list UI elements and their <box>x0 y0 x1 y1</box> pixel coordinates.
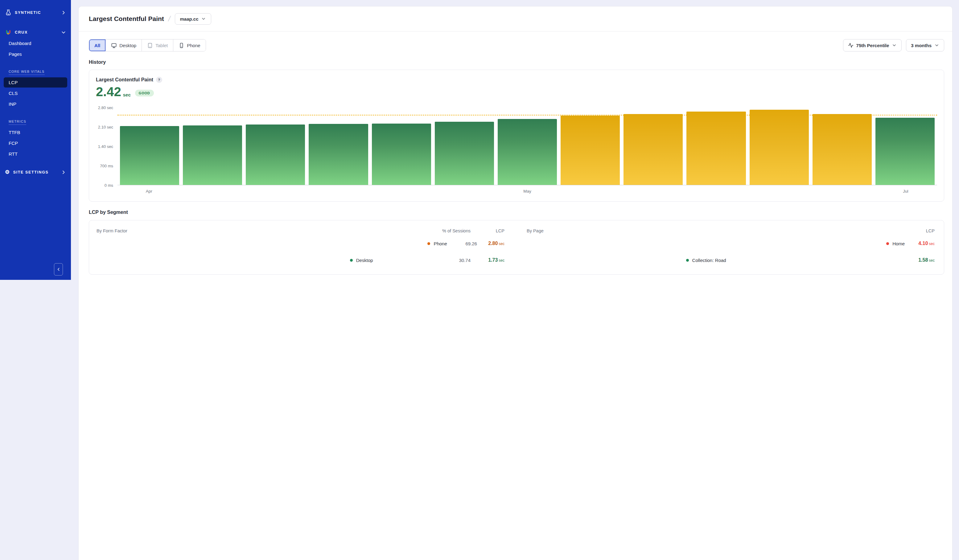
sidebar-group-crux[interactable]: CRUX <box>4 27 67 38</box>
sidebar-item-dashboard[interactable]: Dashboard <box>4 38 67 48</box>
history-bar[interactable] <box>120 126 179 185</box>
sidebar-item-pages[interactable]: Pages <box>4 49 67 59</box>
page-title: Largest Contentful Paint <box>89 15 164 22</box>
site-selector-value: maap.cc <box>180 16 199 22</box>
tab-label: Desktop <box>119 43 136 48</box>
device-filter-group: All Desktop Tablet Phone <box>89 39 206 51</box>
chevron-left-icon <box>56 267 61 272</box>
tab-desktop[interactable]: Desktop <box>105 40 142 51</box>
lcp-current-unit: sec <box>123 92 131 98</box>
history-bar[interactable] <box>309 124 368 185</box>
breadcrumb-separator: / <box>167 14 172 23</box>
history-bar[interactable] <box>435 122 480 185</box>
lcp-value: 1.73sec <box>471 257 480 263</box>
tab-label: Phone <box>187 43 200 48</box>
tablet-icon <box>147 43 153 48</box>
chart-x-axis: AprMayJul <box>118 185 480 197</box>
history-bar[interactable] <box>183 126 242 185</box>
sidebar-collapse-button[interactable] <box>54 263 63 275</box>
page-header: Largest Contentful Paint / maap.cc <box>79 6 480 32</box>
x-tick-label: Apr <box>146 189 152 194</box>
sidebar-group-label: CRUX <box>15 30 58 35</box>
site-selector-dropdown[interactable]: maap.cc <box>175 13 211 25</box>
flask-icon <box>5 9 12 16</box>
filter-row: All Desktop Tablet Phone <box>89 39 480 51</box>
y-tick-label: 2.80 sec <box>98 105 113 110</box>
tab-label: Tablet <box>155 43 168 48</box>
chart-y-axis: 0 ms700 ms1.40 sec2.10 sec2.80 sec <box>96 108 118 185</box>
gear-icon: ⚙︎ <box>5 170 10 175</box>
sidebar-item-inp[interactable]: INP <box>4 99 67 109</box>
phone-icon <box>178 43 185 48</box>
form-factor-table: By Form Factor % of Sessions LCP Phone69… <box>96 228 480 270</box>
history-card: Largest Contentful Paint ? 2.42 sec GOOD… <box>89 70 480 202</box>
main-area: Largest Contentful Paint / maap.cc All D… <box>71 0 480 280</box>
chevron-down-icon <box>201 16 206 21</box>
chevron-right-icon <box>61 170 66 175</box>
tab-phone[interactable]: Phone <box>173 40 206 51</box>
lcp-by-segment-card: By Form Factor % of Sessions LCP Phone69… <box>89 220 480 275</box>
history-card-title: Largest Contentful Paint <box>96 77 153 83</box>
history-bar[interactable] <box>246 124 305 185</box>
sidebar-item-cls[interactable]: CLS <box>4 88 67 98</box>
sidebar-item-ttfb[interactable]: TTFB <box>4 127 67 137</box>
segment-section-title: LCP by Segment <box>89 210 480 215</box>
y-tick-label: 0 ms <box>105 183 113 188</box>
tab-tablet[interactable]: Tablet <box>142 40 173 51</box>
sidebar-item-lcp[interactable]: LCP <box>4 77 67 88</box>
chevron-down-icon <box>61 30 66 35</box>
crux-logo-icon <box>5 29 12 36</box>
monitor-icon <box>111 43 117 48</box>
segment-name: Phone <box>433 241 447 246</box>
form-factor-header: By Form Factor <box>97 228 433 233</box>
sessions-header: % of Sessions <box>433 228 471 233</box>
status-dot-icon <box>427 242 430 245</box>
sessions-value: 69.26 <box>447 241 477 246</box>
history-bar[interactable] <box>372 124 431 185</box>
sidebar-group-site-settings[interactable]: ⚙︎ SITE SETTINGS <box>4 168 67 177</box>
status-badge: GOOD <box>135 90 154 97</box>
status-dot-icon <box>350 259 353 262</box>
sidebar: SYNTHETIC CRUX Dashboard Pages CORE WEB … <box>0 0 71 280</box>
y-tick-label: 700 ms <box>100 164 113 168</box>
tab-label: All <box>94 43 100 48</box>
core-web-vitals-heading: CORE WEB VITALS <box>9 70 45 75</box>
sidebar-group-synthetic[interactable]: SYNTHETIC <box>4 7 67 18</box>
segment-row[interactable]: Phone69.262.80sec <box>96 237 480 250</box>
y-tick-label: 1.40 sec <box>98 144 113 149</box>
lcp-current-value: 2.42 <box>96 85 121 98</box>
help-icon[interactable]: ? <box>156 77 162 83</box>
lcp-value: 2.80sec <box>477 241 480 246</box>
segment-name: Desktop <box>356 258 433 263</box>
lcp-history-chart: 0 ms700 ms1.40 sec2.10 sec2.80 sec <box>96 103 480 185</box>
tab-all[interactable]: All <box>89 40 105 51</box>
sidebar-group-label: SYNTHETIC <box>15 11 58 15</box>
lcp-header: LCP <box>471 228 480 233</box>
chevron-right-icon <box>61 10 66 15</box>
metrics-heading: METRICS <box>9 119 26 125</box>
history-section-title: History <box>89 59 480 65</box>
sessions-value: 30.74 <box>433 258 471 263</box>
chart-plot-area <box>118 103 480 185</box>
segment-row[interactable]: Desktop30.741.73sec <box>96 254 480 266</box>
content-card: Largest Contentful Paint / maap.cc All D… <box>78 6 480 280</box>
sidebar-item-fcp[interactable]: FCP <box>4 138 67 148</box>
y-tick-label: 2.10 sec <box>98 125 113 129</box>
sidebar-group-label: SITE SETTINGS <box>13 170 58 175</box>
sidebar-item-rtt[interactable]: RTT <box>4 149 67 159</box>
